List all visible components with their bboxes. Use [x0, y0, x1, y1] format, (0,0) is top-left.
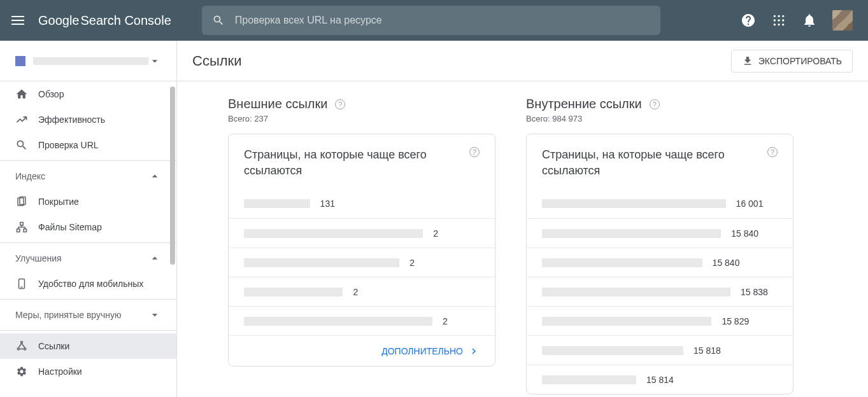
sidebar-item-label: Удобство для мобильных: [38, 279, 143, 289]
sidebar-item-label: Покрытие: [38, 197, 79, 207]
logo[interactable]: Google Search Console: [38, 13, 171, 28]
svg-point-22: [24, 348, 26, 350]
scrollbar[interactable]: [169, 41, 176, 397]
sidebar-section-index[interactable]: Индекс: [0, 164, 176, 189]
row-url: [542, 317, 711, 326]
row-url: [542, 288, 730, 296]
row-value: 2: [443, 316, 448, 326]
svg-point-8: [782, 24, 784, 25]
sidebar-item-mobile[interactable]: Удобство для мобильных: [0, 271, 176, 296]
table-row[interactable]: 2: [229, 306, 495, 335]
logo-google: Google: [38, 13, 80, 28]
chevron-up-icon: [148, 252, 161, 265]
svg-rect-12: [17, 229, 20, 232]
card-title: Страницы, на которые чаще всего ссылаютс…: [542, 147, 767, 179]
internal-top-pages-card: Страницы, на которые чаще всего ссылаютс…: [526, 134, 793, 394]
table-row[interactable]: 15 840: [527, 218, 793, 247]
sidebar-section-label: Улучшения: [15, 253, 62, 263]
help-icon[interactable]: ?: [335, 99, 345, 109]
row-url: [542, 375, 636, 384]
row-url: [244, 317, 432, 326]
header-actions: [741, 10, 858, 31]
external-top-pages-card: Страницы, на которые чаще всего ссылаютс…: [228, 134, 495, 366]
row-value: 15 840: [713, 258, 740, 268]
row-value: 2: [409, 258, 415, 268]
table-row[interactable]: 2: [229, 247, 495, 277]
export-button[interactable]: ЭКСПОРТИРОВАТЬ: [731, 50, 853, 73]
table-row[interactable]: 15 818: [527, 335, 793, 365]
svg-line-24: [22, 344, 25, 349]
row-url: [244, 229, 423, 238]
table-row[interactable]: 15 838: [527, 277, 793, 306]
help-icon[interactable]: [741, 13, 756, 28]
search-box[interactable]: [202, 6, 660, 35]
internal-total: Всего: 984 973: [526, 114, 793, 123]
sidebar-item-overview[interactable]: Обзор: [0, 81, 176, 107]
property-name: [33, 57, 148, 65]
more-link[interactable]: ДОПОЛНИТЕЛЬНО: [381, 345, 480, 357]
sidebar-item-links[interactable]: Ссылки: [0, 333, 176, 359]
row-value: 15 818: [694, 345, 721, 356]
property-favicon: [15, 56, 25, 66]
row-url: [244, 199, 310, 208]
internal-links-column: Внутренние ссылки ? Всего: 984 973 Стран…: [526, 97, 793, 394]
table-row[interactable]: 131: [229, 189, 495, 218]
sidebar-item-label: Проверка URL: [38, 140, 99, 150]
search-icon: [15, 139, 28, 151]
sidebar-item-sitemaps[interactable]: Файлы Sitemap: [0, 214, 176, 240]
table-row[interactable]: 15 840: [527, 247, 793, 277]
avatar[interactable]: [832, 10, 853, 31]
property-selector[interactable]: [0, 41, 176, 81]
sitemap-icon: [15, 221, 28, 233]
sidebar-section-manual[interactable]: Меры, принятые вручную: [0, 302, 176, 328]
export-label: ЭКСПОРТИРОВАТЬ: [758, 56, 842, 66]
divider: [0, 299, 176, 300]
home-icon: [15, 88, 28, 101]
svg-point-3: [774, 19, 776, 21]
sidebar-item-settings[interactable]: Настройки: [0, 359, 176, 384]
table-row[interactable]: 15 829: [527, 306, 793, 335]
svg-point-4: [778, 19, 779, 21]
table-row[interactable]: 15 814: [527, 365, 793, 394]
divider: [0, 160, 176, 161]
notifications-icon[interactable]: [802, 13, 817, 28]
sidebar-item-coverage[interactable]: Покрытие: [0, 189, 176, 214]
row-value: 131: [320, 198, 335, 209]
menu-icon[interactable]: [10, 13, 25, 28]
sidebar-section-label: Индекс: [15, 171, 45, 181]
coverage-icon: [15, 195, 28, 208]
apps-icon[interactable]: [771, 13, 786, 28]
table-row[interactable]: 2: [229, 218, 495, 247]
help-icon[interactable]: ?: [767, 147, 778, 157]
svg-point-5: [782, 19, 784, 21]
table-row[interactable]: 16 001: [527, 189, 793, 218]
sidebar-item-performance[interactable]: Эффективность: [0, 107, 176, 132]
sidebar-section-label: Меры, принятые вручную: [15, 310, 121, 320]
svg-point-7: [778, 24, 779, 25]
search-icon: [212, 14, 225, 27]
chevron-down-icon: [148, 309, 161, 321]
divider: [0, 242, 176, 243]
svg-rect-11: [20, 223, 24, 226]
search-input[interactable]: [235, 15, 650, 26]
sidebar-item-url-inspect[interactable]: Проверка URL: [0, 132, 176, 158]
row-url: [244, 288, 343, 296]
sidebar-item-label: Ссылки: [38, 341, 69, 351]
help-icon[interactable]: ?: [650, 99, 660, 109]
row-url: [542, 229, 721, 238]
chevron-right-icon: [468, 345, 480, 357]
table-row[interactable]: 2: [229, 277, 495, 306]
main-content: Ссылки ЭКСПОРТИРОВАТЬ Внешние ссылки ? В…: [177, 41, 868, 397]
svg-point-2: [782, 15, 784, 17]
row-url: [244, 258, 399, 267]
svg-rect-13: [24, 229, 27, 232]
row-value: 15 829: [722, 316, 749, 326]
help-icon[interactable]: ?: [469, 147, 480, 157]
gear-icon: [15, 365, 28, 378]
page-header: Ссылки ЭКСПОРТИРОВАТЬ: [177, 41, 868, 81]
row-value: 15 814: [646, 375, 674, 385]
card-title: Страницы, на которые чаще всего ссылаютс…: [244, 147, 469, 179]
sidebar-section-enhancements[interactable]: Улучшения: [0, 246, 176, 271]
sidebar: Обзор Эффективность Проверка URL Индекс …: [0, 41, 177, 397]
download-icon: [742, 55, 753, 67]
